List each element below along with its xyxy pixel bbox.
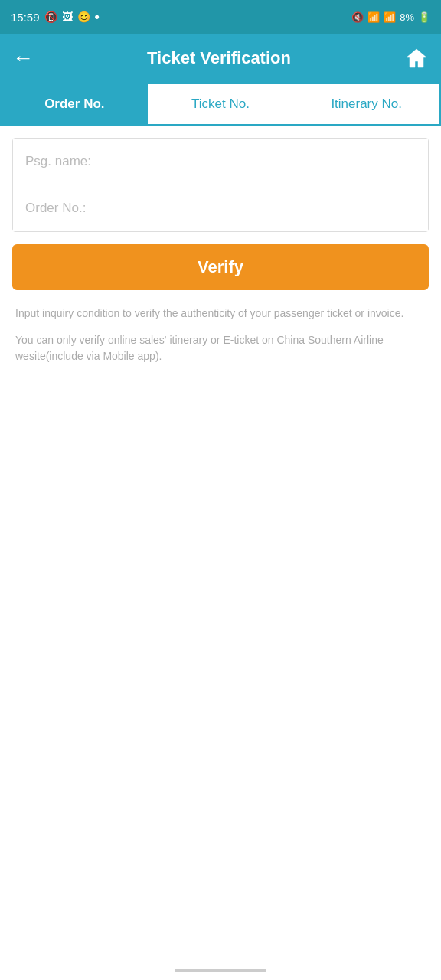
tab-ticket-no[interactable]: Ticket No. <box>148 84 294 124</box>
psg-name-input[interactable] <box>13 139 428 185</box>
vpn-icon: 😊 <box>77 11 90 23</box>
image-icon: 🖼 <box>62 11 73 23</box>
empty-content <box>0 375 441 980</box>
header: ← Ticket Verification <box>0 34 441 83</box>
bottom-home-indicator <box>175 969 266 972</box>
tab-itinerary-no[interactable]: Itinerary No. <box>293 84 439 124</box>
info-section: Input inquiry condition to verify the au… <box>0 290 441 375</box>
battery-text: 8% <box>400 11 414 23</box>
phone-off-icon: 📵 <box>44 11 57 23</box>
mute-icon: 🔇 <box>351 11 364 23</box>
order-no-input[interactable] <box>13 185 428 231</box>
status-right-area: 🔇 📶 📶 8% 🔋 <box>351 11 430 23</box>
back-button[interactable]: ← <box>12 47 34 69</box>
wifi-icon: 📶 <box>368 11 380 23</box>
home-icon <box>404 46 429 70</box>
tab-order-no[interactable]: Order No. <box>2 84 148 124</box>
status-bar: 15:59 📵 🖼 😊 • 🔇 📶 📶 8% 🔋 <box>0 0 441 34</box>
page-title: Ticket Verification <box>34 48 404 68</box>
signal-icon: 📶 <box>384 11 396 23</box>
battery-icon: 🔋 <box>418 11 430 23</box>
tabs-container: Order No. Ticket No. Itinerary No. <box>0 83 441 126</box>
status-time-area: 15:59 📵 🖼 😊 • <box>11 9 100 25</box>
status-time: 15:59 <box>11 11 40 24</box>
info-line-2: You can only verify online sales' itiner… <box>15 332 426 364</box>
verify-button[interactable]: Verify <box>12 244 429 290</box>
info-line-1: Input inquiry condition to verify the au… <box>15 305 426 322</box>
dot-icon: • <box>95 9 100 25</box>
home-button[interactable] <box>404 46 429 70</box>
form-container <box>12 138 429 232</box>
